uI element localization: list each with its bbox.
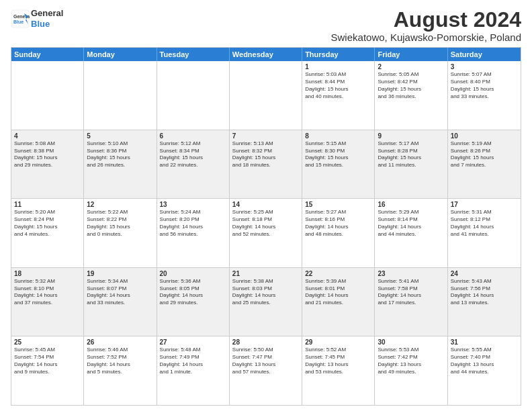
calendar-day-17: 17Sunrise: 5:31 AM Sunset: 8:12 PM Dayli… <box>448 199 521 267</box>
day-info: Sunrise: 5:24 AM Sunset: 8:20 PM Dayligh… <box>160 209 226 238</box>
day-info: Sunrise: 5:17 AM Sunset: 8:28 PM Dayligh… <box>378 140 444 169</box>
calendar-day-15: 15Sunrise: 5:27 AM Sunset: 8:16 PM Dayli… <box>302 199 375 267</box>
day-info: Sunrise: 5:50 AM Sunset: 7:47 PM Dayligh… <box>232 347 299 375</box>
calendar-row-1: 1Sunrise: 5:03 AM Sunset: 8:44 PM Daylig… <box>11 61 521 130</box>
day-info: Sunrise: 5:22 AM Sunset: 8:22 PM Dayligh… <box>87 209 153 238</box>
day-info: Sunrise: 5:48 AM Sunset: 7:49 PM Dayligh… <box>160 347 226 375</box>
title-block: August 2024 Swiekatowo, Kujawsko-Pomorsk… <box>331 8 521 43</box>
calendar-day-13: 13Sunrise: 5:24 AM Sunset: 8:20 PM Dayli… <box>157 199 230 267</box>
calendar: SundayMondayTuesdayWednesdayThursdayFrid… <box>11 47 521 406</box>
calendar-day-8: 8Sunrise: 5:15 AM Sunset: 8:30 PM Daylig… <box>302 130 375 199</box>
day-info: Sunrise: 5:36 AM Sunset: 8:05 PM Dayligh… <box>160 278 226 307</box>
day-number: 28 <box>232 338 299 346</box>
day-number: 21 <box>232 270 299 277</box>
day-number: 7 <box>232 132 299 140</box>
calendar-day-5: 5Sunrise: 5:10 AM Sunset: 8:36 PM Daylig… <box>84 130 157 199</box>
day-number: 24 <box>451 270 518 277</box>
day-number: 6 <box>160 132 226 140</box>
location-subtitle: Swiekatowo, Kujawsko-Pomorskie, Poland <box>331 32 521 43</box>
calendar-day-6: 6Sunrise: 5:12 AM Sunset: 8:34 PM Daylig… <box>157 130 230 199</box>
day-info: Sunrise: 5:52 AM Sunset: 7:45 PM Dayligh… <box>305 347 371 375</box>
day-number: 5 <box>87 132 153 140</box>
calendar-row-4: 18Sunrise: 5:32 AM Sunset: 8:10 PM Dayli… <box>11 268 521 337</box>
day-info: Sunrise: 5:25 AM Sunset: 8:18 PM Dayligh… <box>232 209 299 238</box>
calendar-day-4: 4Sunrise: 5:08 AM Sunset: 8:38 PM Daylig… <box>11 130 84 199</box>
day-info: Sunrise: 5:12 AM Sunset: 8:34 PM Dayligh… <box>160 140 226 169</box>
calendar-day-2: 2Sunrise: 5:05 AM Sunset: 8:42 PM Daylig… <box>375 61 447 130</box>
month-year-title: August 2024 <box>331 8 521 32</box>
calendar-day-25: 25Sunrise: 5:45 AM Sunset: 7:54 PM Dayli… <box>11 336 84 405</box>
calendar-day-24: 24Sunrise: 5:43 AM Sunset: 7:56 PM Dayli… <box>448 268 521 336</box>
calendar-day-30: 30Sunrise: 5:53 AM Sunset: 7:42 PM Dayli… <box>375 336 447 405</box>
day-number: 26 <box>87 338 153 346</box>
day-number: 15 <box>305 201 371 208</box>
day-number: 9 <box>378 132 444 140</box>
day-number: 27 <box>160 338 226 346</box>
calendar-day-11: 11Sunrise: 5:20 AM Sunset: 8:24 PM Dayli… <box>11 199 84 267</box>
calendar-day-16: 16Sunrise: 5:29 AM Sunset: 8:14 PM Dayli… <box>375 199 447 267</box>
calendar-day-12: 12Sunrise: 5:22 AM Sunset: 8:22 PM Dayli… <box>84 199 157 267</box>
day-info: Sunrise: 5:55 AM Sunset: 7:40 PM Dayligh… <box>451 347 518 375</box>
day-info: Sunrise: 5:13 AM Sunset: 8:32 PM Dayligh… <box>232 140 299 169</box>
day-info: Sunrise: 5:31 AM Sunset: 8:12 PM Dayligh… <box>451 209 518 238</box>
calendar-row-2: 4Sunrise: 5:08 AM Sunset: 8:38 PM Daylig… <box>11 130 521 199</box>
calendar-day-26: 26Sunrise: 5:46 AM Sunset: 7:52 PM Dayli… <box>84 336 157 405</box>
logo-blue: Blue <box>31 19 63 30</box>
logo-general: General <box>31 8 63 19</box>
weekday-header-sunday: Sunday <box>11 48 84 61</box>
calendar-day-3: 3Sunrise: 5:07 AM Sunset: 8:40 PM Daylig… <box>448 61 521 130</box>
svg-text:Blue: Blue <box>13 19 24 24</box>
day-number: 2 <box>378 63 444 71</box>
weekday-header-monday: Monday <box>84 48 157 61</box>
day-number: 14 <box>232 201 299 208</box>
day-number: 1 <box>305 63 371 71</box>
calendar-day-23: 23Sunrise: 5:41 AM Sunset: 7:58 PM Dayli… <box>375 268 447 336</box>
day-info: Sunrise: 5:41 AM Sunset: 7:58 PM Dayligh… <box>378 278 444 307</box>
calendar-row-5: 25Sunrise: 5:45 AM Sunset: 7:54 PM Dayli… <box>11 336 521 405</box>
calendar-day-10: 10Sunrise: 5:19 AM Sunset: 8:26 PM Dayli… <box>448 130 521 199</box>
day-info: Sunrise: 5:32 AM Sunset: 8:10 PM Dayligh… <box>14 278 81 307</box>
day-number: 30 <box>378 338 444 346</box>
calendar-day-28: 28Sunrise: 5:50 AM Sunset: 7:47 PM Dayli… <box>230 336 302 405</box>
day-info: Sunrise: 5:05 AM Sunset: 8:42 PM Dayligh… <box>378 71 444 100</box>
logo-icon: General Blue <box>11 9 30 28</box>
calendar-day-empty <box>84 61 157 130</box>
day-number: 12 <box>87 201 153 208</box>
day-info: Sunrise: 5:34 AM Sunset: 8:07 PM Dayligh… <box>87 278 153 307</box>
day-number: 17 <box>451 201 518 208</box>
day-info: Sunrise: 5:29 AM Sunset: 8:14 PM Dayligh… <box>378 209 444 238</box>
logo-text-block: General Blue <box>31 8 63 29</box>
day-info: Sunrise: 5:15 AM Sunset: 8:30 PM Dayligh… <box>305 140 371 169</box>
calendar-day-9: 9Sunrise: 5:17 AM Sunset: 8:28 PM Daylig… <box>375 130 447 199</box>
day-number: 13 <box>160 201 226 208</box>
calendar-day-18: 18Sunrise: 5:32 AM Sunset: 8:10 PM Dayli… <box>11 268 84 336</box>
day-number: 19 <box>87 270 153 277</box>
day-info: Sunrise: 5:20 AM Sunset: 8:24 PM Dayligh… <box>14 209 81 238</box>
day-number: 23 <box>378 270 444 277</box>
day-number: 18 <box>14 270 81 277</box>
day-info: Sunrise: 5:39 AM Sunset: 8:01 PM Dayligh… <box>305 278 371 307</box>
day-number: 11 <box>14 201 81 208</box>
calendar-day-31: 31Sunrise: 5:55 AM Sunset: 7:40 PM Dayli… <box>448 336 521 405</box>
calendar-header-row: SundayMondayTuesdayWednesdayThursdayFrid… <box>11 48 521 61</box>
calendar-day-20: 20Sunrise: 5:36 AM Sunset: 8:05 PM Dayli… <box>157 268 230 336</box>
day-info: Sunrise: 5:07 AM Sunset: 8:40 PM Dayligh… <box>451 71 518 100</box>
calendar-row-3: 11Sunrise: 5:20 AM Sunset: 8:24 PM Dayli… <box>11 199 521 268</box>
day-info: Sunrise: 5:10 AM Sunset: 8:36 PM Dayligh… <box>87 140 153 169</box>
calendar-body: 1Sunrise: 5:03 AM Sunset: 8:44 PM Daylig… <box>11 61 521 405</box>
page: General Blue General Blue August 2024 Sw… <box>0 0 532 411</box>
day-info: Sunrise: 5:45 AM Sunset: 7:54 PM Dayligh… <box>14 347 81 375</box>
logo: General Blue General Blue <box>11 8 63 29</box>
day-number: 3 <box>451 63 518 71</box>
day-number: 10 <box>451 132 518 140</box>
day-info: Sunrise: 5:27 AM Sunset: 8:16 PM Dayligh… <box>305 209 371 238</box>
day-info: Sunrise: 5:46 AM Sunset: 7:52 PM Dayligh… <box>87 347 153 375</box>
calendar-day-22: 22Sunrise: 5:39 AM Sunset: 8:01 PM Dayli… <box>302 268 375 336</box>
calendar-day-19: 19Sunrise: 5:34 AM Sunset: 8:07 PM Dayli… <box>84 268 157 336</box>
day-number: 29 <box>305 338 371 346</box>
calendar-day-14: 14Sunrise: 5:25 AM Sunset: 8:18 PM Dayli… <box>230 199 302 267</box>
weekday-header-wednesday: Wednesday <box>230 48 302 61</box>
calendar-day-21: 21Sunrise: 5:38 AM Sunset: 8:03 PM Dayli… <box>230 268 302 336</box>
weekday-header-saturday: Saturday <box>448 48 521 61</box>
day-number: 31 <box>451 338 518 346</box>
